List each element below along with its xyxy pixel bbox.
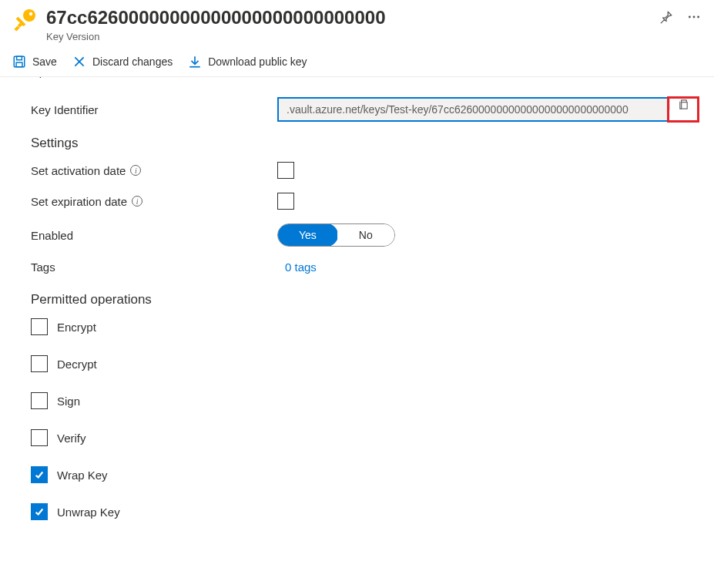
permitted-op-label: Encrypt — [57, 321, 96, 334]
save-icon — [12, 55, 26, 69]
svg-point-6 — [693, 16, 696, 18]
download-button[interactable]: Download public key — [188, 55, 307, 69]
permitted-heading: Permitted operations — [31, 292, 699, 307]
info-icon[interactable]: i — [132, 196, 142, 207]
toolbar: Save Discard changes Download public key — [0, 49, 714, 77]
permitted-operations-list: EncryptDecryptSignVerifyWrap KeyUnwrap K… — [31, 318, 699, 520]
permitted-op-item: Decrypt — [31, 355, 699, 372]
discard-label: Discard changes — [92, 55, 173, 68]
permitted-op-checkbox[interactable] — [31, 318, 48, 335]
key-identifier-row: Key Identifier — [31, 97, 699, 122]
permitted-op-checkbox[interactable] — [31, 355, 48, 372]
permitted-op-label: Sign — [57, 395, 80, 408]
permitted-op-label: Wrap Key — [57, 469, 108, 482]
svg-point-7 — [697, 16, 699, 18]
permitted-op-item: Verify — [31, 429, 699, 446]
info-icon[interactable]: i — [130, 165, 141, 176]
permitted-op-item: Encrypt — [31, 318, 699, 335]
permitted-op-checkbox[interactable] — [31, 466, 48, 483]
content-area: Updated Key Identifier Settings — [0, 77, 714, 536]
key-identifier-label: Key Identifier — [31, 103, 277, 116]
svg-point-0 — [23, 9, 35, 22]
page-header: 67cc62600000000000000000000000000 Key Ve… — [0, 0, 714, 49]
pin-icon[interactable] — [659, 9, 674, 25]
expiration-date-row: Set expiration date i — [31, 193, 699, 210]
svg-point-5 — [689, 16, 691, 18]
page-title: 67cc62600000000000000000000000000 — [46, 6, 649, 29]
key-identifier-input[interactable] — [279, 99, 669, 120]
tags-link[interactable]: 0 tags — [285, 260, 317, 274]
save-button[interactable]: Save — [12, 55, 57, 69]
enabled-yes[interactable]: Yes — [277, 223, 338, 247]
permitted-op-checkbox[interactable] — [31, 392, 48, 409]
download-label: Download public key — [208, 55, 307, 68]
copy-icon — [678, 99, 689, 110]
save-label: Save — [32, 55, 57, 68]
permitted-op-checkbox[interactable] — [31, 503, 48, 520]
svg-rect-10 — [16, 62, 22, 67]
key-identifier-field — [277, 97, 699, 122]
tags-row: Tags 0 tags — [31, 260, 699, 274]
download-icon — [188, 55, 202, 69]
permitted-op-label: Unwrap Key — [57, 506, 120, 519]
permitted-op-item: Unwrap Key — [31, 503, 699, 520]
enabled-label: Enabled — [31, 229, 277, 242]
close-icon — [72, 55, 86, 69]
expiration-date-checkbox[interactable] — [277, 193, 294, 210]
discard-button[interactable]: Discard changes — [72, 55, 173, 69]
svg-rect-3 — [14, 25, 19, 31]
expiration-date-label: Set expiration date — [31, 195, 127, 208]
enabled-toggle[interactable]: Yes No — [277, 223, 395, 247]
enabled-row: Enabled Yes No — [31, 223, 699, 247]
permitted-op-label: Decrypt — [57, 358, 97, 371]
permitted-op-item: Wrap Key — [31, 466, 699, 483]
activation-date-label: Set activation date — [31, 164, 126, 177]
svg-point-1 — [29, 12, 32, 15]
permitted-op-checkbox[interactable] — [31, 429, 48, 446]
svg-rect-9 — [17, 56, 22, 60]
page-subtitle: Key Version — [46, 31, 649, 42]
permitted-op-item: Sign — [31, 392, 699, 409]
more-icon[interactable] — [686, 9, 702, 25]
svg-rect-8 — [14, 56, 25, 67]
enabled-no[interactable]: No — [337, 224, 394, 246]
svg-rect-15 — [682, 102, 688, 109]
activation-date-checkbox[interactable] — [277, 162, 294, 179]
updated-row-cutoff: Updated — [31, 77, 699, 83]
settings-heading: Settings — [31, 136, 699, 151]
copy-button[interactable] — [669, 99, 697, 110]
permitted-op-label: Verify — [57, 432, 86, 445]
tags-label: Tags — [31, 260, 277, 274]
key-icon — [12, 8, 37, 32]
activation-date-row: Set activation date i — [31, 162, 699, 179]
